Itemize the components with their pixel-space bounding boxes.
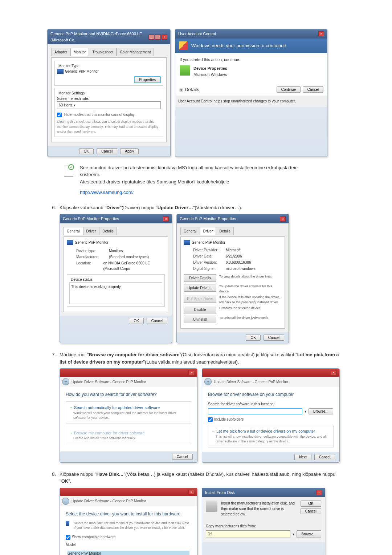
hide-modes-checkbox[interactable] bbox=[57, 113, 62, 117]
close-icon[interactable]: × bbox=[162, 35, 167, 40]
model-list[interactable]: Generic PnP Monitor bbox=[66, 549, 191, 555]
close-icon[interactable]: × bbox=[188, 490, 194, 495]
cancel-button[interactable]: Cancel bbox=[314, 454, 335, 460]
monitor-icon bbox=[66, 521, 69, 526]
refresh-dropdown[interactable]: 60 Hertz ▾ bbox=[57, 101, 161, 109]
wizard-heading: Browse for driver software on your compu… bbox=[208, 391, 334, 398]
cancel-button[interactable]: Cancel bbox=[172, 454, 193, 460]
hide-modes-label: Hide modes that this monitor cannot disp… bbox=[64, 113, 135, 117]
disk-icon bbox=[206, 501, 217, 512]
search-auto-option[interactable]: Search automatically for updated driver … bbox=[66, 401, 191, 424]
cancel-button[interactable]: Cancel bbox=[97, 148, 117, 154]
wizard-browse-dialog: × ← Update Driver Software - Generic PnP… bbox=[202, 368, 340, 463]
cancel-button[interactable]: Cancel bbox=[147, 318, 167, 324]
tab-general[interactable]: General bbox=[180, 227, 200, 235]
apply-button[interactable]: Apply bbox=[120, 148, 139, 154]
monitor-type-label: Monitor Type bbox=[57, 63, 81, 69]
program-icon bbox=[180, 65, 190, 76]
wizard-heading: Select the device driver you want to ins… bbox=[66, 511, 191, 517]
step-num-6: 6. bbox=[47, 204, 56, 211]
path-dropdown[interactable]: D:\ bbox=[206, 530, 290, 538]
refresh-label: Screen refresh rate: bbox=[57, 96, 161, 101]
browse-option[interactable]: Browse my computer for driver software L… bbox=[66, 427, 191, 444]
next-button[interactable]: Next bbox=[294, 454, 311, 460]
dialog-title: Install From Disk bbox=[205, 490, 235, 496]
dialog-title: Generic PnP Monitor Properties bbox=[180, 216, 236, 222]
tab-adapter[interactable]: Adapter bbox=[51, 48, 70, 56]
cert-note: See monitori draiver on atesteerimist ki… bbox=[80, 165, 298, 178]
continue-button[interactable]: Continue bbox=[277, 86, 301, 93]
uac-heading: Windows needs your permission to contion… bbox=[191, 42, 287, 49]
generic-props-dialog: Generic PnP Monitor Properties × General… bbox=[60, 214, 172, 343]
disable-button[interactable]: Disable bbox=[184, 306, 216, 313]
back-icon[interactable]: ← bbox=[62, 498, 69, 505]
close-icon[interactable]: × bbox=[163, 216, 169, 222]
dialog-title: Generic PnP Monitor and NVIDIA GeForce 6… bbox=[50, 31, 148, 43]
properties-button[interactable]: Properties bbox=[134, 76, 161, 83]
include-sub-checkbox[interactable] bbox=[208, 417, 213, 422]
install-from-disk-dialog: Install From Disk × Insert the manufactu… bbox=[202, 488, 325, 555]
step-num-7: 7. bbox=[47, 351, 56, 365]
browse-button[interactable]: Browse... bbox=[309, 408, 333, 414]
prog-name: Device Properties bbox=[193, 65, 227, 72]
uac-dialog: User Account Control × Windows needs you… bbox=[175, 29, 327, 157]
monitor-icon bbox=[67, 240, 73, 245]
maximize-icon[interactable]: □ bbox=[155, 35, 161, 40]
tab-color[interactable]: Color Management bbox=[117, 48, 154, 56]
compat-checkbox[interactable] bbox=[66, 535, 70, 540]
update-driver-button[interactable]: Update Driver... bbox=[184, 284, 216, 292]
details-button[interactable]: Details bbox=[185, 87, 199, 92]
cert-note2: Atesteeritud draiver riputatakse üles Sa… bbox=[80, 179, 229, 185]
uac-title: User Account Control bbox=[178, 31, 216, 37]
ok-button[interactable]: OK bbox=[129, 318, 143, 324]
back-icon[interactable]: ← bbox=[62, 378, 69, 385]
close-icon[interactable]: × bbox=[331, 370, 336, 375]
close-icon[interactable]: × bbox=[188, 370, 194, 375]
tab-general[interactable]: General bbox=[64, 227, 83, 235]
uac-started: If you started this action, continue. bbox=[180, 57, 323, 63]
wiz-desc: Select the manufacturer and model of you… bbox=[74, 521, 191, 531]
tab-monitor[interactable]: Monitor bbox=[70, 48, 89, 56]
pick-list-option[interactable]: Let me pick from a list of device driver… bbox=[208, 425, 334, 447]
driver-details-button[interactable]: Driver Details bbox=[184, 274, 216, 282]
device-name: Generic PnP Monitor bbox=[75, 240, 109, 244]
hide-desc: Clearing this check box allows you to se… bbox=[57, 119, 161, 134]
close-icon[interactable]: × bbox=[316, 490, 322, 495]
samsung-link[interactable]: http://www.samsung.com/ bbox=[80, 190, 134, 195]
cancel-button[interactable]: Cancel bbox=[264, 335, 284, 341]
prog-pub: Microsoft Windows bbox=[193, 72, 227, 78]
device-name: Generic PnP Monitor bbox=[192, 240, 225, 244]
tab-details[interactable]: Details bbox=[99, 227, 117, 235]
model-label: Model bbox=[66, 542, 191, 547]
uac-footer: User Account Control helps stop unauthor… bbox=[175, 96, 327, 107]
copy-label: Copy manufacturer's files from: bbox=[206, 523, 321, 529]
ok-button[interactable]: OK bbox=[79, 148, 94, 154]
cancel-button[interactable]: Cancel bbox=[303, 86, 323, 93]
wizard-search-dialog: × ← Update Driver Software - Generic PnP… bbox=[60, 368, 197, 463]
rollback-button: Roll Back Driver bbox=[184, 295, 216, 303]
step-num-8: 8. bbox=[47, 471, 56, 485]
close-icon[interactable]: × bbox=[318, 31, 324, 36]
ok-button[interactable]: OK bbox=[301, 501, 321, 507]
uninstall-button[interactable]: Uninstall bbox=[184, 316, 216, 323]
settings-label: Monitor Settings bbox=[57, 90, 86, 96]
tab-details[interactable]: Details bbox=[216, 227, 234, 235]
monitor-icon bbox=[57, 69, 64, 74]
tab-driver[interactable]: Driver bbox=[83, 227, 99, 235]
cancel-button[interactable]: Cancel bbox=[301, 508, 321, 514]
wizard-heading: How do you want to search for driver sof… bbox=[66, 391, 191, 398]
browse-button[interactable]: Browse... bbox=[297, 530, 321, 538]
search-label: Search for driver software in this locat… bbox=[208, 401, 334, 407]
tab-troubleshoot[interactable]: Troubleshoot bbox=[89, 48, 117, 56]
chevron-down-icon[interactable]: ▾ bbox=[179, 88, 183, 92]
path-input[interactable] bbox=[208, 408, 302, 414]
shield-icon bbox=[179, 41, 188, 50]
wizard-select-dialog: × ← Update Driver Software - Generic PnP… bbox=[60, 488, 197, 555]
ok-button[interactable]: OK bbox=[246, 335, 260, 341]
minimize-icon[interactable]: _ bbox=[148, 35, 154, 40]
wizard-nav-title: Update Driver Software - Generic PnP Mon… bbox=[72, 498, 146, 504]
status-text: This device is working properly. bbox=[69, 282, 162, 304]
tab-driver[interactable]: Driver bbox=[200, 227, 216, 235]
close-icon[interactable]: × bbox=[280, 216, 286, 222]
back-icon[interactable]: ← bbox=[204, 378, 212, 385]
